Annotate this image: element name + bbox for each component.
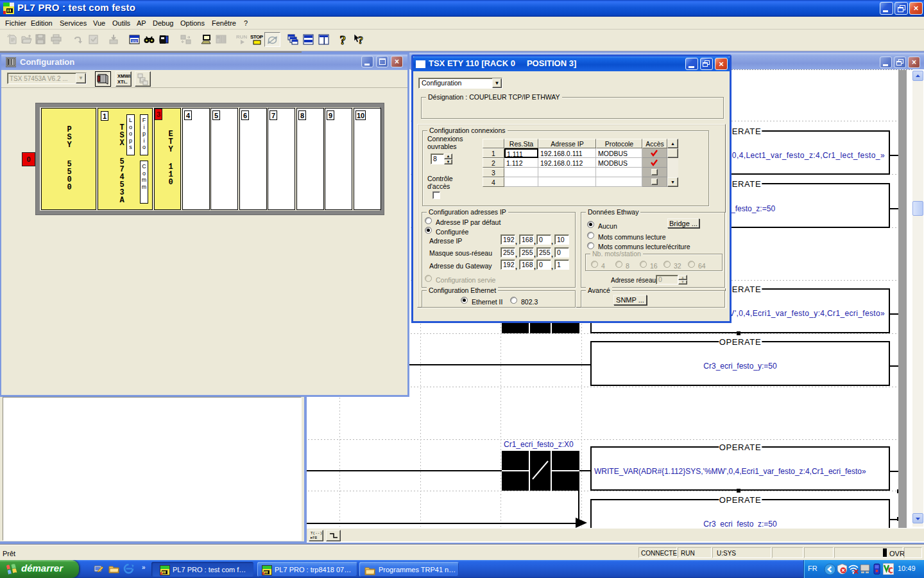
svg-text:RUN: RUN xyxy=(236,34,248,40)
svg-text:MW: MW xyxy=(132,39,137,43)
svg-text:STOP: STOP xyxy=(250,34,264,40)
svg-text:T(--): T(--) xyxy=(311,531,322,536)
svg-text:XTi..: XTi.. xyxy=(117,79,128,85)
svg-text:▸FB: ▸FB xyxy=(311,536,318,540)
svg-text:?: ? xyxy=(358,35,363,46)
svg-text:?: ? xyxy=(340,33,346,46)
svg-text:XMWi: XMWi xyxy=(117,73,130,79)
